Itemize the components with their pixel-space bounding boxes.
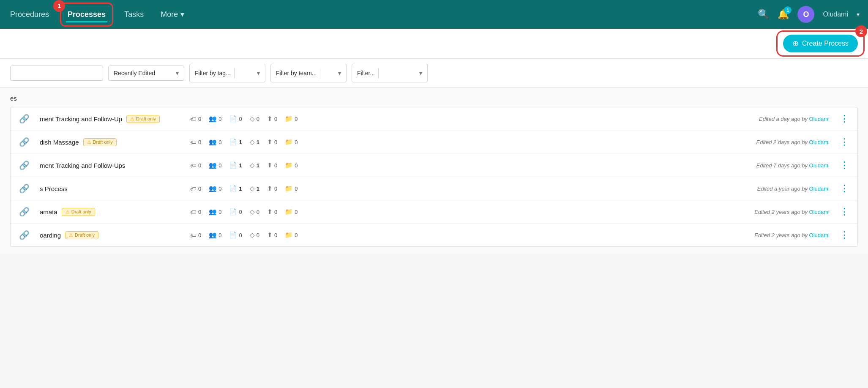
- navbar-left: Procedures Processes 1 Tasks More ▾: [8, 7, 758, 22]
- process-name[interactable]: ment Tracking and Follow-Up⚠ Draft only: [40, 115, 183, 123]
- sidebar-item-procedures[interactable]: Procedures: [8, 7, 51, 22]
- tags-icon: 🏷: [190, 139, 197, 146]
- generic-chevron-icon: ▾: [419, 70, 422, 77]
- row-more-button[interactable]: ⋮: [840, 230, 849, 240]
- create-process-btn-wrapper: ⊕ Create Process 2: [783, 35, 858, 52]
- process-name[interactable]: oarding⚠ Draft only: [40, 231, 183, 239]
- link-icon[interactable]: 🔗: [19, 137, 30, 147]
- create-process-button[interactable]: ⊕ Create Process: [783, 35, 858, 52]
- row-more-button[interactable]: ⋮: [840, 183, 849, 194]
- tags-value: 0: [198, 139, 201, 145]
- diamonds-stat: ◇1: [250, 138, 259, 146]
- tags-stat: 🏷0: [190, 162, 201, 169]
- tags-stat: 🏷0: [190, 115, 201, 123]
- edit-info: Edited 2 years ago by Oludami: [711, 232, 830, 238]
- search-input[interactable]: [10, 66, 103, 81]
- team-filter-dropdown[interactable]: Filter by team... ▾: [270, 64, 347, 82]
- row-more-button[interactable]: ⋮: [840, 137, 849, 148]
- chevron-down-icon: ▾: [180, 10, 184, 19]
- folders-stat: 📁0: [285, 231, 298, 239]
- user-chevron-icon[interactable]: ▾: [857, 11, 860, 18]
- up-icon: ⬆: [267, 231, 273, 239]
- tag-filter-dropdown[interactable]: Filter by tag... ▾: [189, 64, 265, 82]
- draft-badge: ⚠ Draft only: [62, 208, 95, 216]
- tags-stat: 🏷0: [190, 185, 201, 192]
- docs-value: 0: [239, 232, 242, 238]
- docs-icon: 📄: [229, 208, 237, 216]
- process-stats: 🏷0👥0📄1◇1⬆0📁0: [190, 161, 704, 169]
- edit-user-link[interactable]: Oludami: [809, 186, 830, 192]
- people-icon: 👥: [209, 231, 217, 239]
- people-icon: 👥: [209, 115, 217, 123]
- edit-info: Edited a year ago by Oludami: [711, 186, 830, 192]
- folders-value: 0: [295, 209, 298, 215]
- tags-value: 0: [198, 116, 201, 122]
- tags-value: 0: [198, 232, 201, 238]
- user-name[interactable]: Oludami: [823, 11, 848, 18]
- up-icon: ⬆: [267, 115, 273, 123]
- process-stats: 🏷0👥0📄0◇0⬆0📁0: [190, 208, 704, 216]
- navbar: Procedures Processes 1 Tasks More ▾ 🔍 🔔 …: [0, 0, 868, 29]
- notifications-icon[interactable]: 🔔 1: [778, 9, 789, 20]
- people-icon: 👥: [209, 185, 217, 192]
- up-stat: ⬆0: [267, 115, 277, 123]
- people-value: 0: [218, 209, 221, 215]
- process-name[interactable]: amata⚠ Draft only: [40, 208, 183, 216]
- sidebar-item-more[interactable]: More ▾: [161, 10, 184, 19]
- up-value: 0: [274, 186, 277, 192]
- process-name[interactable]: dish Massage⚠ Draft only: [40, 138, 183, 146]
- diamonds-value: 0: [257, 116, 259, 122]
- edit-user-link[interactable]: Oludami: [809, 209, 830, 215]
- diamonds-stat: ◇0: [250, 115, 259, 123]
- sort-dropdown[interactable]: Recently Edited ▾: [108, 66, 184, 81]
- row-more-button[interactable]: ⋮: [840, 113, 849, 124]
- row-more-button[interactable]: ⋮: [840, 160, 849, 171]
- edit-user-link[interactable]: Oludami: [809, 232, 830, 238]
- table-row: 🔗amata⚠ Draft only🏷0👥0📄0◇0⬆0📁0Edited 2 y…: [11, 200, 857, 224]
- avatar[interactable]: O: [797, 6, 814, 23]
- link-icon[interactable]: 🔗: [19, 114, 30, 124]
- link-icon[interactable]: 🔗: [19, 160, 30, 170]
- docs-stat: 📄1: [229, 161, 242, 169]
- tags-icon: 🏷: [190, 115, 197, 123]
- tags-stat: 🏷0: [190, 208, 201, 216]
- edit-info: Edited a day ago by Oludami: [711, 116, 830, 122]
- filters-bar: Recently Edited ▾ Filter by tag... ▾ Fil…: [0, 59, 868, 88]
- tag-chevron-icon: ▾: [257, 70, 260, 77]
- create-process-label: Create Process: [802, 40, 849, 47]
- diamonds-stat: ◇0: [250, 208, 259, 216]
- link-icon[interactable]: 🔗: [19, 207, 30, 217]
- link-icon[interactable]: 🔗: [19, 183, 30, 194]
- diamonds-icon: ◇: [250, 115, 255, 123]
- generic-filter-dropdown[interactable]: Filter... ▾: [352, 64, 428, 82]
- link-icon[interactable]: 🔗: [19, 230, 30, 240]
- diamonds-value: 1: [257, 186, 259, 192]
- process-name[interactable]: ment Tracking and Follow-Ups: [40, 162, 183, 169]
- sidebar-item-processes[interactable]: Processes: [66, 7, 107, 22]
- people-stat: 👥0: [209, 115, 221, 123]
- search-icon[interactable]: 🔍: [758, 9, 769, 20]
- folders-stat: 📁0: [285, 161, 298, 169]
- folders-icon: 📁: [285, 138, 293, 146]
- people-stat: 👥0: [209, 138, 221, 146]
- sidebar-item-tasks[interactable]: Tasks: [123, 7, 145, 22]
- docs-value: 1: [239, 139, 242, 145]
- folders-icon: 📁: [285, 231, 293, 239]
- section-label: es: [10, 95, 858, 102]
- docs-value: 1: [239, 162, 242, 169]
- diamonds-stat: ◇1: [250, 185, 259, 192]
- tag-filter-label: Filter by tag...: [195, 70, 231, 77]
- table-row: 🔗oarding⚠ Draft only🏷0👥0📄0◇0⬆0📁0Edited 2…: [11, 224, 857, 246]
- folders-stat: 📁0: [285, 138, 298, 146]
- docs-icon: 📄: [229, 115, 237, 123]
- edit-info: Edited 2 days ago by Oludami: [711, 139, 830, 145]
- edit-user-link[interactable]: Oludami: [809, 139, 830, 145]
- row-more-button[interactable]: ⋮: [840, 206, 849, 217]
- tags-value: 0: [198, 209, 201, 215]
- process-name[interactable]: s Process: [40, 185, 183, 192]
- edit-user-link[interactable]: Oludami: [809, 116, 830, 122]
- diamonds-value: 0: [257, 232, 259, 238]
- edit-info: Edited 7 days ago by Oludami: [711, 162, 830, 169]
- edit-user-link[interactable]: Oludami: [809, 162, 830, 169]
- subheader: ⊕ Create Process 2: [0, 29, 868, 59]
